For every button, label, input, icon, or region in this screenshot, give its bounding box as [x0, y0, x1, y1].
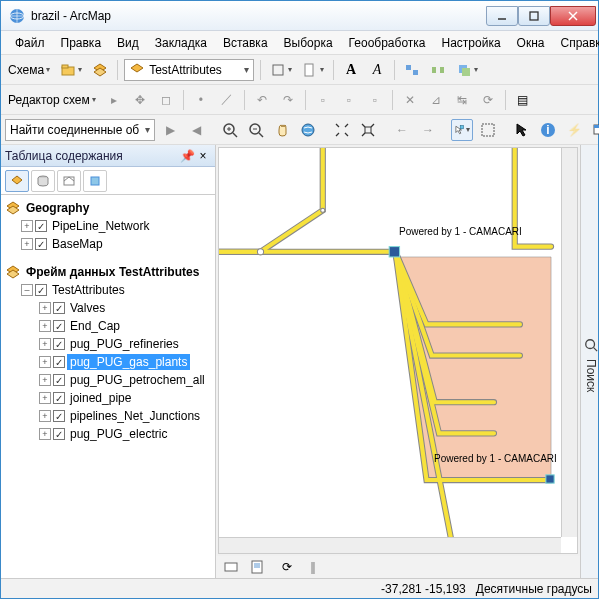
edit-tool-c[interactable]: ▫ [364, 89, 386, 111]
prev-extent-button[interactable]: ← [391, 119, 413, 141]
close-button[interactable] [550, 6, 596, 26]
menu-bookmarks[interactable]: Закладка [147, 34, 215, 52]
tree-node[interactable]: + BaseMap [3, 235, 213, 253]
edit-break-button[interactable]: ✕ [399, 89, 421, 111]
edit-undo-button[interactable]: ↶ [251, 89, 273, 111]
select-features-button[interactable] [451, 119, 473, 141]
expander-icon[interactable]: + [39, 302, 51, 314]
tree-node[interactable]: +joined_pipe [3, 389, 213, 407]
expander-icon[interactable]: + [39, 320, 51, 332]
zoom-out-fixed-button[interactable] [357, 119, 379, 141]
menu-customize[interactable]: Настройка [434, 34, 509, 52]
expander-icon[interactable]: + [21, 220, 33, 232]
menu-file[interactable]: Файл [7, 34, 53, 52]
tree-node[interactable]: +pug_PUG_refineries [3, 335, 213, 353]
toc-frame-geography[interactable]: Geography [3, 199, 213, 217]
edit-select-button[interactable]: ◻ [155, 89, 177, 111]
search-panel-tab[interactable]: Поиск [580, 145, 598, 578]
checkbox[interactable] [53, 338, 65, 350]
edit-line-button[interactable]: ／ [216, 89, 238, 111]
checkbox[interactable] [35, 238, 47, 250]
expander-icon[interactable]: – [21, 284, 33, 296]
tree-node[interactable]: +Valves [3, 299, 213, 317]
edit-settings-button[interactable]: ▤ [512, 89, 534, 111]
toc-tab-visibility[interactable] [57, 170, 81, 192]
zoom-in-button[interactable] [219, 119, 241, 141]
find-forward-button[interactable]: ▶ [159, 119, 181, 141]
tool-arrange-button[interactable] [453, 59, 481, 81]
layout-view-button[interactable] [246, 556, 268, 578]
tree-node[interactable]: +pug_PUG_petrochem_all [3, 371, 213, 389]
tool-newdoc-button[interactable] [299, 59, 327, 81]
toc-tab-selection[interactable] [83, 170, 107, 192]
editor-dropdown[interactable]: Редактор схем [5, 89, 99, 111]
zoom-out-button[interactable] [245, 119, 267, 141]
toc-frame-testattributes[interactable]: Фрейм данных TestAttributes [3, 263, 213, 281]
hyperlink-button[interactable]: ⚡ [563, 119, 585, 141]
identify-button[interactable]: i [537, 119, 559, 141]
toc-tab-source[interactable] [31, 170, 55, 192]
menu-edit[interactable]: Правка [53, 34, 110, 52]
menu-insert[interactable]: Вставка [215, 34, 276, 52]
refresh-button[interactable]: ⟳ [276, 556, 298, 578]
menu-selection[interactable]: Выборка [276, 34, 341, 52]
expander-icon[interactable]: + [39, 356, 51, 368]
tree-node[interactable]: +pug_PUG_gas_plants [3, 353, 213, 371]
full-extent-button[interactable] [297, 119, 319, 141]
maximize-button[interactable] [518, 6, 550, 26]
edit-redo-button[interactable]: ↷ [277, 89, 299, 111]
pin-icon[interactable]: 📌 [179, 148, 195, 164]
tree-node[interactable]: + PipeLine_Network [3, 217, 213, 235]
map-view[interactable]: Powered by 1 - CAMACARI Powered by 1 - C… [218, 147, 578, 554]
map-scrollbar-horizontal[interactable] [219, 537, 561, 553]
expander-icon[interactable]: + [21, 238, 33, 250]
expander-icon[interactable]: + [39, 392, 51, 404]
expander-icon[interactable]: + [39, 428, 51, 440]
html-popup-button[interactable] [589, 119, 599, 141]
next-extent-button[interactable]: → [417, 119, 439, 141]
find-dropdown[interactable]: Найти соединенные об [5, 119, 155, 141]
edit-connect-button[interactable]: ⊿ [425, 89, 447, 111]
tree-node[interactable]: +End_Cap [3, 317, 213, 335]
edit-reverse-button[interactable]: ↹ [451, 89, 473, 111]
checkbox[interactable] [53, 302, 65, 314]
zoom-in-fixed-button[interactable] [331, 119, 353, 141]
checkbox[interactable] [53, 410, 65, 422]
checkbox[interactable] [53, 374, 65, 386]
tool-distribute-button[interactable] [427, 59, 449, 81]
checkbox[interactable] [53, 320, 65, 332]
checkbox[interactable] [35, 220, 47, 232]
schema-layers-button[interactable] [89, 59, 111, 81]
menu-geoprocessing[interactable]: Геообработка [341, 34, 434, 52]
tool-align-button[interactable] [401, 59, 423, 81]
checkbox[interactable] [53, 356, 65, 368]
expander-icon[interactable]: + [39, 374, 51, 386]
toc-close-icon[interactable]: × [195, 148, 211, 164]
find-back-button[interactable]: ◀ [185, 119, 207, 141]
edit-move-button[interactable]: ✥ [129, 89, 151, 111]
tree-node[interactable]: +pug_PUG_electric [3, 425, 213, 443]
toc-tree[interactable]: Geography + PipeLine_Network + BaseMap Ф… [1, 195, 215, 578]
map-scrollbar-vertical[interactable] [561, 148, 577, 537]
checkbox[interactable] [53, 428, 65, 440]
menu-view[interactable]: Вид [109, 34, 147, 52]
layer-select[interactable]: TestAttributes [124, 59, 254, 81]
pause-draw-button[interactable]: ‖ [302, 556, 324, 578]
select-pointer-button[interactable] [511, 119, 533, 141]
menu-windows[interactable]: Окна [509, 34, 553, 52]
menu-help[interactable]: Справка [552, 34, 599, 52]
tool-shapes-button[interactable] [267, 59, 295, 81]
pan-button[interactable] [271, 119, 293, 141]
font-bold-button[interactable]: A [340, 59, 362, 81]
edit-rotate-button[interactable]: ⟳ [477, 89, 499, 111]
clear-selection-button[interactable] [477, 119, 499, 141]
minimize-button[interactable] [486, 6, 518, 26]
font-style-button[interactable]: A [366, 59, 388, 81]
data-view-button[interactable] [220, 556, 242, 578]
expander-icon[interactable]: + [39, 410, 51, 422]
schema-dropdown[interactable]: Схема [5, 59, 53, 81]
checkbox[interactable] [53, 392, 65, 404]
edit-tool-a[interactable]: ▫ [312, 89, 334, 111]
toc-tab-draworder[interactable] [5, 170, 29, 192]
edit-node-button[interactable]: • [190, 89, 212, 111]
